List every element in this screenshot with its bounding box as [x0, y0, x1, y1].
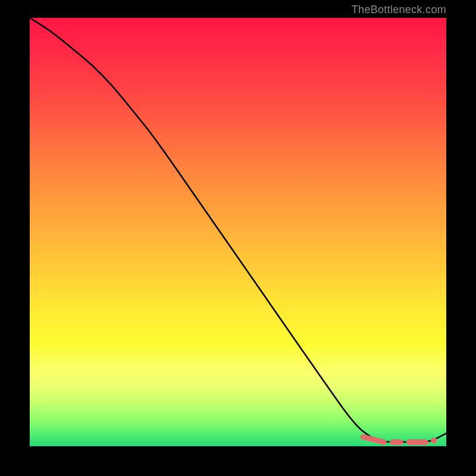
highlight-segment — [363, 437, 384, 442]
chart-overlay — [30, 18, 446, 446]
highlight-segments — [363, 437, 437, 443]
chart-frame: TheBottleneck.com — [0, 0, 476, 476]
attribution-label: TheBottleneck.com — [352, 4, 446, 16]
bottleneck-curve — [30, 18, 446, 442]
highlight-point — [431, 437, 437, 443]
